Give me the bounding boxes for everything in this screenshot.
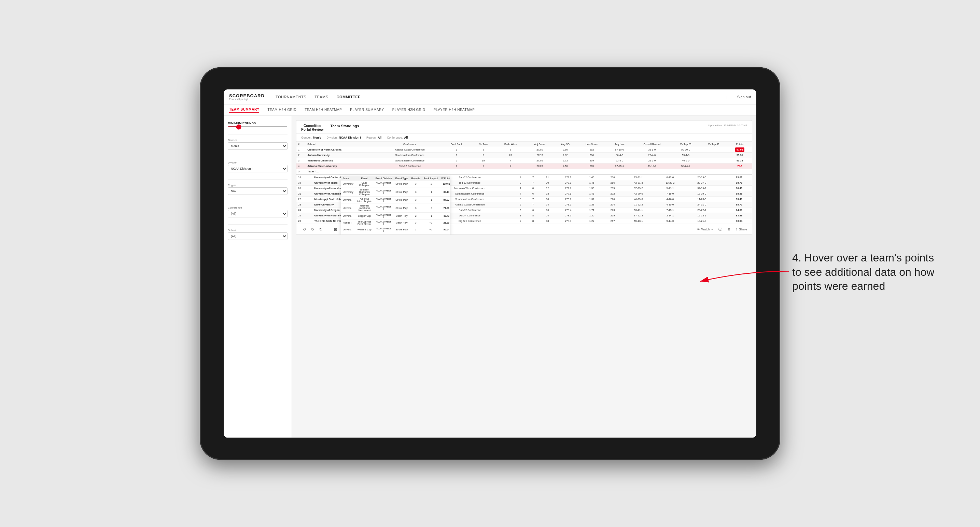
col-vs50: Vs Top 50 [700, 142, 728, 147]
sidebar-section-rounds: Minimum Rounds [228, 122, 288, 135]
update-time: Update time: 13/03/2024 10:03:42 [708, 124, 747, 127]
sidebar-section-division: Division NCAA Division I NCAA Division I… [228, 161, 288, 179]
tooltip-row: Florida I The Cypress Point Classic NCAA… [341, 219, 450, 226]
tab-player-summary[interactable]: PLAYER SUMMARY [350, 108, 384, 112]
table-row: 1 University of North Carolina Atlantic … [296, 147, 752, 152]
col-low-score: Low Score [577, 142, 607, 147]
rounds-slider[interactable] [228, 126, 288, 127]
watch-dropdown-icon: ▾ [711, 228, 713, 231]
col-rank: # [296, 142, 305, 147]
school-label: School [228, 229, 288, 232]
logo-area: SCOREBOARD Powered by clippi [229, 94, 265, 100]
school-select[interactable]: (All) [228, 232, 288, 240]
tab-team-h2h-grid[interactable]: TEAM H2H GRID [267, 108, 296, 112]
tooltip-row: Univers. National Invitational Tournamen… [341, 203, 450, 213]
copy-icon[interactable]: ⊞ [332, 226, 338, 232]
conference-select[interactable]: (All) [228, 210, 288, 217]
tab-team-summary[interactable]: TEAM SUMMARY [229, 108, 259, 113]
points-tooltip: Team Event Event Division Event Type Rou… [341, 176, 450, 235]
tooltip-row: Georgia Ben Hogan Collegiate Invitationa… [341, 233, 450, 235]
tooltip-table-inner: Team Event Event Division Event Type Rou… [341, 176, 450, 235]
tooltip-col-rank-impact: Rank Impact [422, 176, 440, 181]
grid-icon: ⊞ [728, 228, 730, 231]
tooltip-col-rounds: Rounds [410, 176, 422, 181]
report-header: Committee Portal Review Team Standings U… [296, 121, 752, 134]
comment-icon: 💬 [718, 228, 722, 231]
tooltip-row: Univers. Amer.Atl Intercollegiate NCAA D… [341, 197, 450, 203]
sidebar: Minimum Rounds Gender Men's Women's Divi… [224, 116, 292, 438]
col-conf-rank: Conf Rank [442, 142, 472, 147]
top-navigation: SCOREBOARD Powered by clippi TOURNAMENTS… [224, 89, 756, 105]
tab-team-h2h-heatmap[interactable]: TEAM H2H HEATMAP [305, 108, 342, 112]
undo-redo-group: ↺ ↻ ↻ [301, 226, 324, 232]
report-area: Committee Portal Review Team Standings U… [292, 116, 756, 438]
left-title-area: Committee Portal Review [301, 124, 324, 132]
logo-text: SCOREBOARD [229, 94, 265, 98]
table-row: 2 Auburn University Southeastern Confere… [296, 152, 752, 158]
col-avg-low: Avg Low [607, 142, 632, 147]
filter-conference: Conference: All [387, 136, 408, 139]
comment-button[interactable]: 💬 [718, 228, 722, 231]
col-adj-score: Adj Score [525, 142, 554, 147]
col-bnds-wins: Bnds Wins [495, 142, 526, 147]
table-row: 5 Texas T... [296, 169, 752, 175]
col-no-tour: No Tour [472, 142, 495, 147]
share-label: Share [739, 228, 747, 231]
watch-button[interactable]: 👁 Watch ▾ [697, 228, 713, 231]
redo-icon[interactable]: ↻ [309, 226, 315, 232]
tablet-device: SCOREBOARD Powered by clippi TOURNAMENTS… [200, 67, 780, 460]
gender-select[interactable]: Men's Women's [228, 142, 288, 150]
filter-division: Division: NCAA Division I [326, 136, 361, 139]
tooltip-col-team: Team [341, 176, 355, 181]
toolbar-divider-1 [328, 227, 328, 232]
nav-tournaments[interactable]: TOURNAMENTS [275, 95, 306, 99]
share-button[interactable]: ⤴ Share [736, 228, 747, 231]
gender-label: Gender [228, 138, 288, 142]
region-select[interactable]: N/A Northeast Southeast [228, 187, 288, 195]
tooltip-col-event: Event [355, 176, 374, 181]
division-select[interactable]: NCAA Division I NCAA Division II NCAA Di… [228, 165, 288, 172]
filter-region-value: All [378, 136, 382, 139]
filter-gender: Gender: Men's [301, 136, 321, 139]
main-content: Minimum Rounds Gender Men's Women's Divi… [224, 116, 756, 438]
tooltip-row: Univers. Copper Cup NCAA Division I Matc… [341, 213, 450, 219]
col-conference: Conference [378, 142, 442, 147]
tooltip-col-division: Event Division [374, 176, 393, 181]
table-row: 3 Vanderbilt University Southeastern Con… [296, 158, 752, 163]
col-vs25: Vs Top 25 [672, 142, 700, 147]
tooltip-col-type: Event Type [394, 176, 410, 181]
annotation-text: 4. Hover over a team's points to see add… [792, 251, 935, 294]
tooltip-row: Univers. Williams Cup NCAA Division I St… [341, 226, 450, 233]
sidebar-section-school: School (All) [228, 229, 288, 247]
tooltip-col-wpoints: W Points [439, 176, 450, 181]
col-overall: Overall Record [632, 142, 672, 147]
filter-region: Region: All [366, 136, 382, 139]
conference-label: Conference [228, 206, 288, 209]
watch-label: Watch [702, 228, 710, 231]
undo-icon[interactable]: ↺ [301, 226, 307, 232]
tab-player-h2h-heatmap[interactable]: PLAYER H2H HEATMAP [433, 108, 475, 112]
table-container: # School Conference Conf Rank No Tour Bn… [296, 142, 752, 224]
report-card: Committee Portal Review Team Standings U… [296, 120, 752, 235]
filter-gender-value: Men's [313, 136, 321, 139]
nav-committee[interactable]: COMMITTEE [337, 95, 361, 99]
sidebar-section-gender: Gender Men's Women's [228, 138, 288, 157]
rounds-slider-row [228, 126, 288, 127]
tab-player-h2h-grid[interactable]: PLAYER H2H GRID [392, 108, 425, 112]
refresh-icon[interactable]: ↻ [318, 226, 324, 232]
share-icon: ⤴ [736, 228, 738, 231]
grid-button[interactable]: ⊞ [728, 228, 730, 231]
nav-teams[interactable]: TEAMS [315, 95, 328, 99]
right-title-area: Team Standings [324, 124, 708, 128]
sidebar-section-region: Region N/A Northeast Southeast [228, 184, 288, 202]
portal-title: Committee Portal Review [301, 124, 324, 132]
toolbar-right-group: 👁 Watch ▾ 💬 ⊞ ⤴ [697, 228, 747, 231]
tablet-screen: SCOREBOARD Powered by clippi TOURNAMENTS… [224, 89, 756, 438]
col-school: School [305, 142, 378, 147]
sidebar-section-conference: Conference (All) [228, 206, 288, 225]
table-row-highlighted: 4 Arizona State University Pac-12 Confer… [296, 163, 752, 169]
eye-icon: 👁 [697, 228, 700, 231]
sign-out-divider: | [727, 95, 728, 99]
sign-out-button[interactable]: Sign out [737, 95, 751, 99]
tooltip-row: University Cabo Collegiate NCAA Division… [341, 181, 450, 187]
